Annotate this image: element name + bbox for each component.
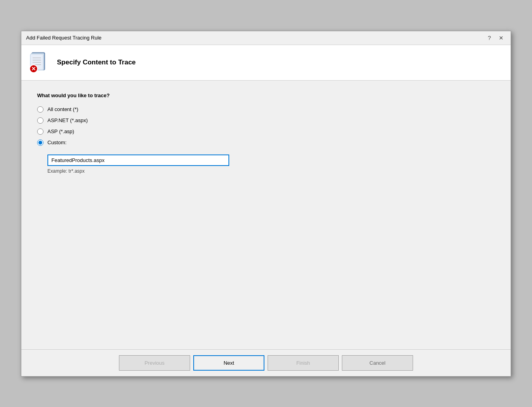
radio-group: All content (*) ASP.NET (*.aspx) ASP (*.… [37,106,495,174]
dialog-window: Add Failed Request Tracing Rule ? ✕ ✕ [21,31,511,377]
radio-aspnet-label: ASP.NET (*.aspx) [47,117,88,123]
header-title: Specify Content to Trace [57,58,136,66]
radio-custom-label: Custom: [47,139,66,145]
header-icon: ✕ [29,52,51,73]
radio-custom[interactable]: Custom: [37,139,495,146]
radio-all-content[interactable]: All content (*) [37,106,495,113]
custom-input-wrapper: Example: tr*.aspx [47,155,495,174]
title-bar: Add Failed Request Tracing Rule ? ✕ [21,31,511,45]
finish-button[interactable]: Finish [268,355,339,371]
radio-all-input[interactable] [37,106,43,113]
footer-section: Previous Next Finish Cancel [21,349,511,376]
custom-path-input[interactable] [47,155,229,166]
close-button[interactable]: ✕ [496,34,506,41]
radio-aspnet-input[interactable] [37,117,43,124]
error-badge-icon: ✕ [29,64,38,73]
previous-button[interactable]: Previous [119,355,190,371]
radio-asp-label: ASP (*.asp) [47,128,74,134]
content-section: What would you like to trace? All conten… [21,81,511,349]
dialog-title: Add Failed Request Tracing Rule [26,35,102,41]
cancel-button[interactable]: Cancel [342,355,413,371]
radio-all-label: All content (*) [47,106,78,112]
section-question: What would you like to trace? [37,92,495,98]
title-bar-left: Add Failed Request Tracing Rule [26,35,102,41]
header-section: ✕ Specify Content to Trace [21,45,511,81]
title-bar-right: ? ✕ [485,34,506,41]
help-button[interactable]: ? [485,34,493,41]
example-hint: Example: tr*.aspx [47,168,495,174]
radio-custom-input[interactable] [37,139,43,146]
radio-asp[interactable]: ASP (*.asp) [37,128,495,135]
radio-aspnet[interactable]: ASP.NET (*.aspx) [37,117,495,124]
radio-asp-input[interactable] [37,128,43,135]
next-button[interactable]: Next [193,355,264,371]
